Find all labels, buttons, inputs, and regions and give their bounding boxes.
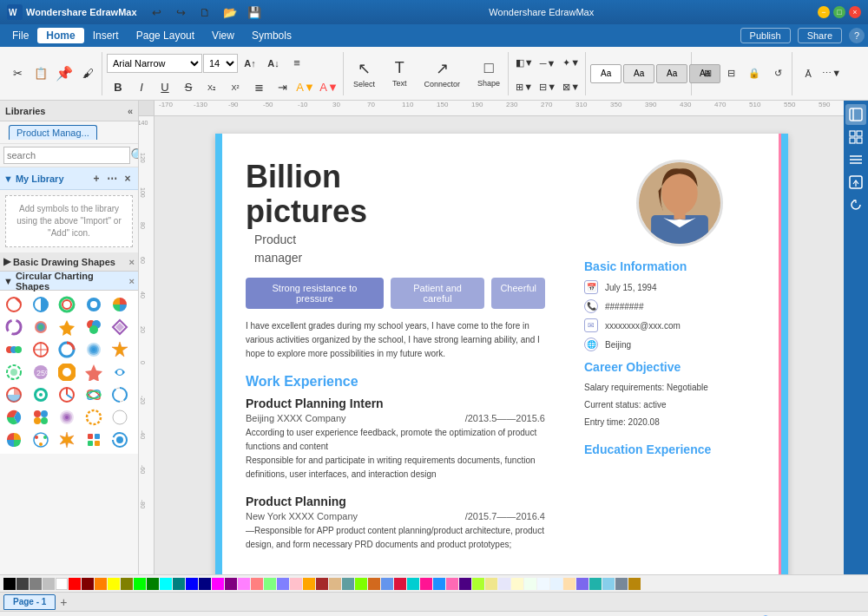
- group-btn[interactable]: ⊞: [696, 62, 719, 85]
- panel-properties-btn[interactable]: [845, 104, 866, 125]
- shape-item[interactable]: [83, 407, 104, 428]
- color-swatch[interactable]: [212, 578, 224, 590]
- color-swatch[interactable]: [3, 578, 16, 590]
- color-swatch[interactable]: [56, 578, 68, 590]
- color-swatch[interactable]: [576, 578, 589, 590]
- color-swatch[interactable]: [407, 578, 419, 590]
- shape-item[interactable]: [30, 339, 51, 360]
- close-btn[interactable]: ×: [849, 6, 861, 18]
- color-swatch[interactable]: [69, 578, 81, 590]
- menu-page-layout[interactable]: Page Layout: [128, 28, 203, 43]
- panel-grid-btn[interactable]: [845, 127, 866, 147]
- line-btn[interactable]: ─▼: [536, 52, 559, 75]
- align-obj-btn[interactable]: ⊟▼: [536, 76, 559, 99]
- decrease-font-btn[interactable]: A↓: [262, 52, 285, 75]
- library-search-input[interactable]: [3, 147, 130, 164]
- library-search-icon[interactable]: 🔍: [130, 147, 138, 164]
- strikethrough-btn[interactable]: S: [177, 76, 200, 99]
- shape-item[interactable]: [83, 339, 104, 360]
- color-swatch[interactable]: [550, 578, 562, 590]
- increase-font-btn[interactable]: A↑: [239, 52, 261, 75]
- menu-insert[interactable]: Insert: [84, 28, 128, 43]
- color-swatch[interactable]: [602, 578, 615, 590]
- shape-item[interactable]: [83, 429, 104, 450]
- color-swatch[interactable]: [355, 578, 367, 590]
- shape-item[interactable]: [56, 317, 77, 337]
- help-button[interactable]: ?: [849, 28, 865, 43]
- color-swatch[interactable]: [277, 578, 289, 590]
- open-btn[interactable]: 📂: [219, 1, 241, 23]
- color-swatch[interactable]: [381, 578, 393, 590]
- paste-btn[interactable]: 📌: [53, 62, 76, 85]
- color-swatch[interactable]: [524, 578, 536, 590]
- select-tool-btn[interactable]: ↖ Select: [348, 57, 380, 90]
- more-btn[interactable]: ⋯▼: [820, 62, 843, 85]
- shape-item[interactable]: [30, 317, 51, 337]
- shape-item[interactable]: [56, 384, 77, 405]
- shape-item[interactable]: [109, 384, 130, 405]
- text-tool-btn[interactable]: T Text: [387, 57, 412, 89]
- menu-file[interactable]: File: [3, 28, 37, 43]
- effect-btn[interactable]: ✦▼: [560, 52, 582, 75]
- color-swatch[interactable]: [82, 578, 94, 590]
- arrange-btn[interactable]: ⊞▼: [513, 76, 536, 99]
- shape-item[interactable]: [109, 294, 130, 315]
- shape-item[interactable]: [56, 362, 77, 383]
- style-preset-1[interactable]: Aa: [590, 64, 621, 83]
- color-swatch[interactable]: [589, 578, 602, 590]
- bullets-btn[interactable]: ≣: [247, 76, 270, 99]
- color-swatch[interactable]: [472, 578, 484, 590]
- shape-item[interactable]: [56, 429, 77, 450]
- color-swatch[interactable]: [199, 578, 211, 590]
- color-swatch[interactable]: [485, 578, 497, 590]
- color-swatch[interactable]: [264, 578, 276, 590]
- bold-btn[interactable]: B: [107, 76, 129, 99]
- add-library-btn[interactable]: +: [89, 172, 103, 186]
- shape-item[interactable]: [109, 429, 130, 450]
- maximize-btn[interactable]: □: [833, 6, 845, 18]
- color-swatch[interactable]: [433, 578, 445, 590]
- color-swatch[interactable]: [537, 578, 549, 590]
- copy-btn[interactable]: 📋: [30, 62, 52, 85]
- color-swatch[interactable]: [186, 578, 198, 590]
- minimize-btn[interactable]: −: [818, 6, 830, 18]
- undo-btn[interactable]: ↩: [146, 1, 168, 23]
- page-tab-1[interactable]: Page - 1: [3, 594, 56, 610]
- shape-item[interactable]: [3, 384, 24, 405]
- color-swatch[interactable]: [108, 578, 120, 590]
- underline-btn[interactable]: U: [154, 76, 176, 99]
- color-swatch[interactable]: [368, 578, 380, 590]
- shape-item[interactable]: [83, 362, 104, 383]
- shape-item[interactable]: [3, 429, 24, 450]
- shape-item[interactable]: [109, 362, 130, 383]
- superscript-btn[interactable]: X²: [224, 76, 247, 99]
- shape-item[interactable]: [30, 384, 51, 405]
- indent-btn[interactable]: ⇥: [271, 76, 293, 99]
- color-swatch[interactable]: [290, 578, 302, 590]
- save-btn[interactable]: 💾: [243, 1, 266, 23]
- font-size-select[interactable]: 14: [203, 54, 238, 73]
- shape-item[interactable]: 25%: [30, 362, 51, 383]
- shape-item[interactable]: [30, 407, 51, 428]
- ungroup-btn[interactable]: ⊟: [720, 62, 742, 85]
- shape-item[interactable]: [3, 317, 24, 337]
- color-swatch[interactable]: [173, 578, 185, 590]
- connector-tool-btn[interactable]: ↗ Connector: [419, 57, 466, 90]
- shape-item[interactable]: [30, 294, 51, 315]
- panel-history-btn[interactable]: [845, 194, 866, 215]
- close-library-btn[interactable]: ×: [121, 172, 135, 186]
- color-swatch[interactable]: [394, 578, 406, 590]
- color-swatch[interactable]: [16, 578, 29, 590]
- color-swatch[interactable]: [615, 578, 628, 590]
- shape-item[interactable]: [109, 317, 130, 337]
- shape-item[interactable]: [30, 429, 51, 450]
- color-swatch[interactable]: [238, 578, 250, 590]
- product-manage-tab[interactable]: Product Manag...: [9, 125, 97, 140]
- collapse-libraries-btn[interactable]: «: [128, 106, 133, 116]
- menu-view[interactable]: View: [203, 28, 243, 43]
- color-swatch[interactable]: [251, 578, 263, 590]
- shape-tool-btn[interactable]: □ Shape: [472, 57, 505, 89]
- close-basic-shapes-btn[interactable]: ×: [129, 257, 135, 267]
- shape-item[interactable]: [3, 362, 24, 383]
- color-swatch[interactable]: [316, 578, 328, 590]
